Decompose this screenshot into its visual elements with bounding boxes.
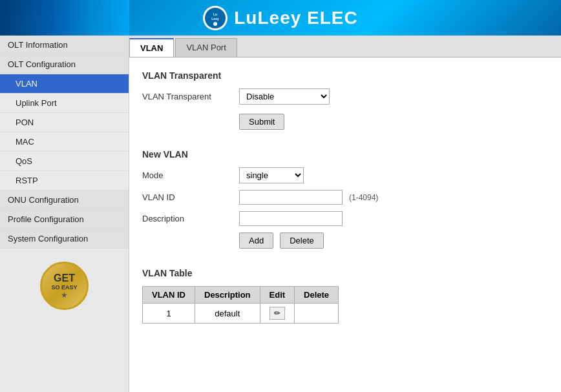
cell-delete [295, 304, 339, 324]
add-button[interactable]: Add [239, 232, 273, 249]
table-row: 1 default ✏ [143, 304, 339, 324]
sidebar-item-qos[interactable]: QoS [0, 152, 129, 171]
delete-button[interactable]: Delete [280, 232, 324, 249]
svg-text:Leey: Leey [212, 17, 220, 21]
tab-vlan-port[interactable]: VLAN Port [175, 38, 237, 57]
description-row: Description [142, 211, 548, 226]
vlan-transparent-title: VLAN Transparent [142, 70, 548, 81]
cell-edit: ✏ [260, 304, 295, 324]
sidebar-item-rstp[interactable]: RSTP [0, 171, 129, 191]
col-description: Description [195, 287, 260, 304]
sidebar-item-system-config[interactable]: System Configuration [0, 229, 129, 249]
badge-area: GET SO EASY ★ [0, 249, 129, 316]
description-input[interactable] [239, 211, 343, 226]
vlan-id-range: (1-4094) [349, 193, 378, 202]
badge-line2: SO EASY [51, 284, 77, 291]
vlan-transparent-row: VLAN Transparent Disable Enable [142, 88, 548, 105]
col-edit: Edit [260, 287, 295, 304]
sidebar-item-olt-info[interactable]: OLT Information [0, 36, 129, 55]
submit-button[interactable]: Submit [239, 114, 284, 130]
sidebar-item-olt-config[interactable]: OLT Configuration [0, 55, 129, 74]
sidebar-item-onu-config[interactable]: ONU Configuration [0, 191, 129, 210]
vlan-id-input[interactable] [239, 190, 343, 205]
svg-text:Lu: Lu [213, 12, 217, 16]
vlan-table-title: VLAN Table [142, 268, 548, 278]
sidebar: OLT Information OLT Configuration VLAN U… [0, 36, 129, 392]
new-vlan-title: New VLAN [142, 149, 548, 160]
mode-row: Mode single batch [142, 167, 548, 183]
header-background [0, 0, 129, 36]
get-easy-badge: GET SO EASY ★ [40, 262, 89, 310]
separator2 [142, 255, 548, 265]
header: Lu Leey LuLeey ELEC [0, 0, 561, 36]
header-content: Lu Leey LuLeey ELEC [203, 6, 357, 30]
vlan-transparent-select[interactable]: Disable Enable [239, 88, 330, 105]
badge-line1: GET [54, 273, 75, 284]
vlan-transparent-submit-row: Submit [142, 111, 548, 130]
sidebar-item-vlan[interactable]: VLAN [0, 74, 129, 94]
tab-bar: VLAN VLAN Port [129, 36, 561, 57]
separator1 [142, 136, 548, 147]
sidebar-item-uplink-port[interactable]: Uplink Port [0, 94, 129, 113]
col-vlan-id: VLAN ID [143, 287, 195, 304]
edit-button[interactable]: ✏ [270, 307, 285, 320]
table-header-row: VLAN ID Description Edit Delete [143, 287, 339, 304]
sidebar-item-mac[interactable]: MAC [0, 132, 129, 152]
content-body: VLAN Transparent VLAN Transparent Disabl… [129, 57, 561, 392]
sidebar-item-pon[interactable]: PON [0, 113, 129, 132]
logo-icon: Lu Leey [203, 6, 228, 30]
svg-point-3 [213, 22, 217, 26]
badge-star: ★ [61, 291, 68, 300]
mode-select[interactable]: single batch [239, 167, 304, 183]
vlan-id-row: VLAN ID (1-4094) [142, 190, 548, 205]
add-delete-row: Add Delete [142, 232, 548, 249]
cell-description: default [195, 304, 260, 324]
mode-label: Mode [142, 170, 233, 180]
cell-vlan-id: 1 [143, 304, 195, 324]
content-area: VLAN VLAN Port VLAN Transparent VLAN Tra… [129, 36, 561, 392]
col-delete: Delete [295, 287, 339, 304]
tab-vlan[interactable]: VLAN [129, 38, 174, 57]
sidebar-item-profile-config[interactable]: Profile Configuration [0, 210, 129, 229]
main-layout: OLT Information OLT Configuration VLAN U… [0, 36, 561, 392]
vlan-transparent-label: VLAN Transparent [142, 92, 233, 101]
brand-title: LuLeey ELEC [234, 8, 357, 28]
vlan-id-label: VLAN ID [142, 192, 233, 202]
description-label: Description [142, 214, 233, 223]
vlan-table: VLAN ID Description Edit Delete 1 defaul… [142, 286, 339, 324]
